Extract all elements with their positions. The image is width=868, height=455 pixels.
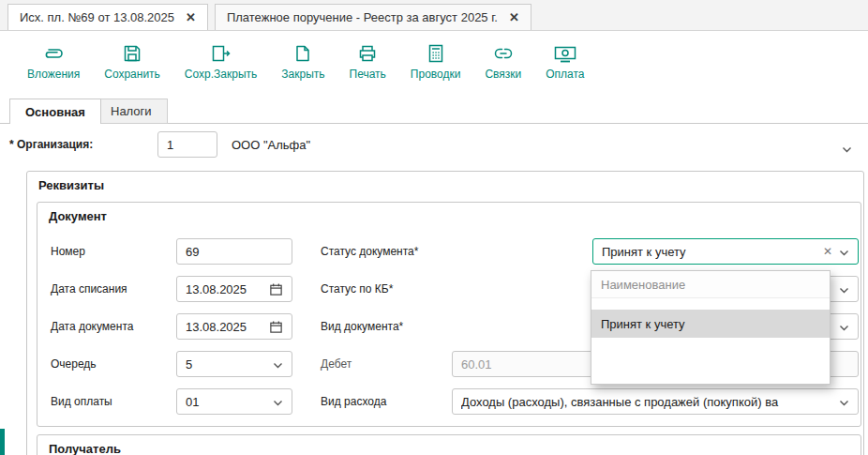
- write-off-date-value: 13.08.2025: [186, 282, 263, 296]
- links-button[interactable]: Связки: [472, 39, 533, 84]
- chevron-down-icon[interactable]: [273, 357, 283, 372]
- recipient-section-title: Получатель: [49, 442, 121, 455]
- close-document-icon: [293, 43, 312, 64]
- save-icon: [122, 43, 142, 64]
- chevron-down-icon[interactable]: [842, 142, 852, 156]
- tab-main[interactable]: Основная: [9, 99, 101, 124]
- document-section-title: Документ: [49, 209, 107, 223]
- save-button[interactable]: Сохранить: [92, 39, 172, 84]
- payment-kind-combobox[interactable]: 01: [176, 388, 292, 415]
- window-tab-bar: Исх. пл. №69 от 13.08.2025 ✕ Платежное п…: [0, 0, 868, 31]
- tab-outgoing-payment[interactable]: Исх. пл. №69 от 13.08.2025 ✕: [7, 4, 208, 30]
- write-off-date-input[interactable]: 13.08.2025: [176, 276, 292, 302]
- postings-button[interactable]: Проводки: [398, 39, 473, 84]
- number-label: Номер: [51, 238, 85, 265]
- queue-combobox[interactable]: 5: [176, 351, 292, 377]
- chevron-down-icon[interactable]: [273, 395, 283, 409]
- clear-icon[interactable]: ✕: [823, 245, 832, 258]
- print-label: Печать: [350, 68, 386, 81]
- attachments-button[interactable]: Вложения: [15, 39, 92, 84]
- organization-label: * Организация:: [9, 138, 93, 151]
- requisites-section-title: Реквизиты: [38, 178, 104, 192]
- tab-payment-register[interactable]: Платежное поручение - Реестр за август 2…: [215, 4, 531, 30]
- payment-icon: [553, 43, 577, 64]
- close-label: Закрыть: [281, 68, 324, 81]
- document-date-label: Дата документа: [51, 313, 133, 340]
- expense-kind-value: Доходы (расходы), связанные с продажей (…: [461, 395, 833, 409]
- debit-label: Дебет: [321, 351, 352, 377]
- tab-taxes[interactable]: Налоги: [95, 99, 168, 124]
- close-tab-icon[interactable]: ✕: [509, 11, 519, 23]
- calendar-icon[interactable]: [269, 282, 283, 296]
- tab-outgoing-payment-label: Исх. пл. №69 от 13.08.2025: [20, 10, 174, 24]
- expense-kind-label: Вид расхода: [321, 388, 386, 415]
- chevron-down-icon[interactable]: [839, 395, 849, 409]
- paperclip-icon: [41, 43, 66, 64]
- dropdown-column-header: Наименование: [591, 271, 830, 298]
- status-combobox[interactable]: Принят к учету ✕: [592, 238, 859, 265]
- dropdown-option-selected[interactable]: Принят к учету: [591, 310, 830, 338]
- toolbar: Вложения Сохранить Сохр.Закрыть Закрыть …: [0, 34, 868, 90]
- tab-main-label: Основная: [25, 105, 85, 119]
- status-label: Статус документа*: [321, 238, 418, 265]
- expense-kind-combobox[interactable]: Доходы (расходы), связанные с продажей (…: [452, 388, 859, 415]
- number-value: 69: [186, 245, 283, 259]
- links-label: Связки: [485, 68, 521, 81]
- left-accent-strip: [0, 429, 5, 455]
- row-number-status: Номер 69 Статус документа* Принят к учет…: [51, 238, 859, 265]
- row-paymentkind-expensekind: Вид оплаты 01 Вид расхода Доходы (расход…: [51, 388, 859, 415]
- document-date-input[interactable]: 13.08.2025: [176, 313, 292, 340]
- link-icon: [493, 43, 514, 64]
- kb-status-label: Статус по КБ*: [321, 276, 393, 302]
- queue-value: 5: [186, 357, 267, 372]
- save-close-icon: [210, 43, 232, 64]
- document-date-value: 13.08.2025: [186, 320, 263, 334]
- queue-label: Очередь: [51, 351, 97, 377]
- tab-taxes-label: Налоги: [111, 104, 152, 118]
- organization-name-value: ООО "Альфа": [232, 138, 310, 152]
- postings-icon: [427, 43, 445, 64]
- payment-kind-label: Вид оплаты: [51, 388, 112, 415]
- form-tab-bar: Основная Налоги: [0, 98, 868, 124]
- chevron-down-icon[interactable]: [839, 282, 849, 296]
- close-button[interactable]: Закрыть: [269, 39, 337, 84]
- recipient-section: Получатель: [37, 434, 861, 455]
- postings-label: Проводки: [411, 68, 461, 81]
- save-close-label: Сохр.Закрыть: [185, 68, 257, 81]
- chevron-down-icon[interactable]: [839, 320, 849, 334]
- status-value: Принят к учету: [602, 245, 817, 259]
- payment-label: Оплата: [546, 68, 584, 81]
- payment-order-window: Исх. пл. №69 от 13.08.2025 ✕ Платежное п…: [0, 0, 868, 455]
- save-label: Сохранить: [104, 68, 160, 81]
- write-off-date-label: Дата списания: [51, 276, 127, 302]
- close-tab-icon[interactable]: ✕: [186, 11, 196, 23]
- tab-payment-register-label: Платежное поручение - Реестр за август 2…: [227, 10, 498, 24]
- organization-code-value: 1: [167, 138, 173, 152]
- document-kind-label: Вид документа*: [321, 313, 403, 340]
- print-button[interactable]: Печать: [337, 39, 398, 84]
- number-input[interactable]: 69: [176, 238, 292, 265]
- attachments-label: Вложения: [27, 68, 80, 81]
- payment-kind-value: 01: [186, 395, 267, 409]
- chevron-down-icon[interactable]: [839, 245, 849, 259]
- calendar-icon[interactable]: [269, 320, 283, 334]
- organization-code-input[interactable]: 1: [157, 131, 217, 158]
- payment-button[interactable]: Оплата: [533, 39, 596, 84]
- status-dropdown-popup: Наименование Принят к учету: [591, 270, 831, 385]
- save-close-button[interactable]: Сохр.Закрыть: [172, 39, 269, 84]
- printer-icon: [357, 43, 378, 64]
